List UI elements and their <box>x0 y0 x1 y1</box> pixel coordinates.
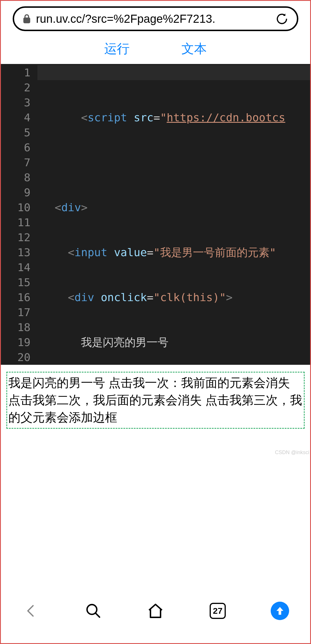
upload-button[interactable] <box>270 600 290 621</box>
line-gutter: 12 34 56 78 910 1112 1314 1516 1718 1920 <box>0 64 37 365</box>
preview-text: 我是闪亮的男一号 点击我一次：我前面的元素会消失 点击我第二次，我后面的元素会消… <box>8 376 302 424</box>
address-bar[interactable]: run.uv.cc/?src=%2Fpage%2F7213. <box>13 6 298 31</box>
tab-run[interactable]: 运行 <box>104 40 130 57</box>
tab-text[interactable]: 文本 <box>181 40 207 57</box>
home-icon[interactable] <box>145 600 166 621</box>
tabs-icon[interactable]: 27 <box>207 600 228 621</box>
search-icon[interactable] <box>83 600 104 621</box>
bottom-nav: 27 <box>0 592 311 644</box>
reload-icon[interactable] <box>275 12 289 26</box>
lock-icon <box>22 14 31 24</box>
tab-count: 27 <box>210 603 226 619</box>
url-text: run.uv.cc/?src=%2Fpage%2F7213. <box>36 12 275 25</box>
preview-box[interactable]: 我是闪亮的男一号 点击我一次：我前面的元素会消失 点击我第二次，我后面的元素会消… <box>6 372 305 429</box>
back-icon[interactable] <box>21 600 41 621</box>
watermark: CSDN @inksci <box>275 450 309 456</box>
svg-rect-0 <box>24 18 30 23</box>
code-content[interactable]: <script src="https://cdn.bootcs <div> <i… <box>37 64 311 365</box>
page-tabs: 运行 文本 <box>0 35 311 62</box>
code-editor[interactable]: 12 34 56 78 910 1112 1314 1516 1718 1920… <box>0 64 311 365</box>
